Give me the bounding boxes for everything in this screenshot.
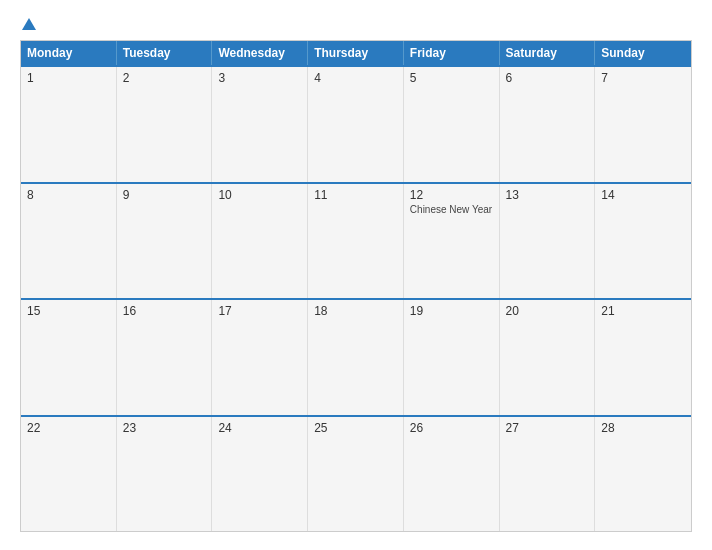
day-number: 1 xyxy=(27,71,110,85)
cal-cell-20: 20 xyxy=(500,300,596,415)
day-header-wednesday: Wednesday xyxy=(212,41,308,65)
cal-cell-17: 17 xyxy=(212,300,308,415)
day-header-sunday: Sunday xyxy=(595,41,691,65)
week-row-4: 22232425262728 xyxy=(21,415,691,532)
cal-cell-1: 1 xyxy=(21,67,117,182)
day-number: 11 xyxy=(314,188,397,202)
day-number: 20 xyxy=(506,304,589,318)
cal-cell-7: 7 xyxy=(595,67,691,182)
cal-cell-21: 21 xyxy=(595,300,691,415)
day-number: 15 xyxy=(27,304,110,318)
day-number: 7 xyxy=(601,71,685,85)
cal-cell-25: 25 xyxy=(308,417,404,532)
day-number: 14 xyxy=(601,188,685,202)
day-number: 8 xyxy=(27,188,110,202)
day-number: 26 xyxy=(410,421,493,435)
day-number: 25 xyxy=(314,421,397,435)
cal-cell-4: 4 xyxy=(308,67,404,182)
day-number: 5 xyxy=(410,71,493,85)
day-number: 10 xyxy=(218,188,301,202)
day-number: 18 xyxy=(314,304,397,318)
cal-cell-23: 23 xyxy=(117,417,213,532)
calendar-body: 123456789101112Chinese New Year131415161… xyxy=(21,65,691,531)
day-header-tuesday: Tuesday xyxy=(117,41,213,65)
cal-cell-22: 22 xyxy=(21,417,117,532)
week-row-2: 89101112Chinese New Year1314 xyxy=(21,182,691,299)
day-number: 24 xyxy=(218,421,301,435)
day-header-monday: Monday xyxy=(21,41,117,65)
day-number: 19 xyxy=(410,304,493,318)
day-header-saturday: Saturday xyxy=(500,41,596,65)
cal-cell-12: 12Chinese New Year xyxy=(404,184,500,299)
cal-cell-5: 5 xyxy=(404,67,500,182)
day-number: 9 xyxy=(123,188,206,202)
logo xyxy=(20,18,36,32)
day-number: 12 xyxy=(410,188,493,202)
day-number: 21 xyxy=(601,304,685,318)
cal-cell-18: 18 xyxy=(308,300,404,415)
cal-cell-8: 8 xyxy=(21,184,117,299)
cal-cell-16: 16 xyxy=(117,300,213,415)
cal-cell-9: 9 xyxy=(117,184,213,299)
day-number: 27 xyxy=(506,421,589,435)
day-number: 4 xyxy=(314,71,397,85)
day-number: 23 xyxy=(123,421,206,435)
cal-cell-10: 10 xyxy=(212,184,308,299)
day-number: 3 xyxy=(218,71,301,85)
week-row-1: 1234567 xyxy=(21,65,691,182)
cal-cell-27: 27 xyxy=(500,417,596,532)
cal-cell-13: 13 xyxy=(500,184,596,299)
day-number: 22 xyxy=(27,421,110,435)
cal-cell-15: 15 xyxy=(21,300,117,415)
cal-cell-28: 28 xyxy=(595,417,691,532)
page: MondayTuesdayWednesdayThursdayFridaySatu… xyxy=(0,0,712,550)
day-number: 2 xyxy=(123,71,206,85)
cal-cell-24: 24 xyxy=(212,417,308,532)
cal-cell-6: 6 xyxy=(500,67,596,182)
week-row-3: 15161718192021 xyxy=(21,298,691,415)
cal-cell-3: 3 xyxy=(212,67,308,182)
day-header-friday: Friday xyxy=(404,41,500,65)
day-number: 28 xyxy=(601,421,685,435)
day-number: 6 xyxy=(506,71,589,85)
calendar-header-row: MondayTuesdayWednesdayThursdayFridaySatu… xyxy=(21,41,691,65)
logo-triangle-icon xyxy=(22,18,36,30)
event-label: Chinese New Year xyxy=(410,204,493,215)
day-header-thursday: Thursday xyxy=(308,41,404,65)
calendar: MondayTuesdayWednesdayThursdayFridaySatu… xyxy=(20,40,692,532)
day-number: 13 xyxy=(506,188,589,202)
cal-cell-14: 14 xyxy=(595,184,691,299)
cal-cell-11: 11 xyxy=(308,184,404,299)
day-number: 16 xyxy=(123,304,206,318)
cal-cell-19: 19 xyxy=(404,300,500,415)
cal-cell-2: 2 xyxy=(117,67,213,182)
cal-cell-26: 26 xyxy=(404,417,500,532)
day-number: 17 xyxy=(218,304,301,318)
header xyxy=(20,18,692,32)
